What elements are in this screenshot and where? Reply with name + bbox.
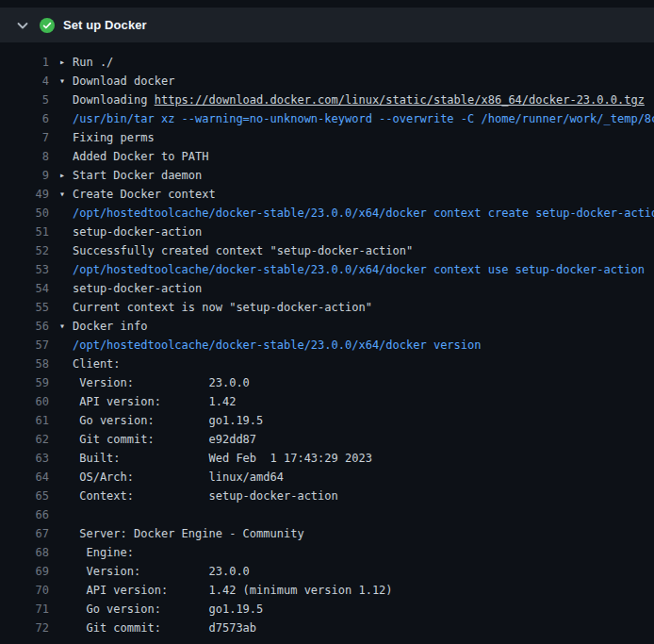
chevron-expanded-icon[interactable]: ▾ bbox=[59, 185, 73, 204]
line-number[interactable]: 59 bbox=[0, 373, 49, 392]
log-line: 63 Built: Wed Feb 1 17:43:29 2023 bbox=[0, 449, 654, 468]
line-number[interactable]: 69 bbox=[0, 562, 49, 581]
arrow-spacer bbox=[59, 109, 73, 128]
log-plain-text: Engine: bbox=[73, 546, 134, 559]
line-number[interactable]: 62 bbox=[0, 430, 49, 449]
chevron-collapsed-icon[interactable]: ▸ bbox=[59, 53, 73, 72]
log-text: API version: 1.42 (minimum version 1.12) bbox=[73, 581, 654, 600]
line-number[interactable]: 49 bbox=[0, 185, 49, 204]
arrow-spacer bbox=[59, 223, 73, 241]
line-number[interactable]: 57 bbox=[0, 336, 49, 355]
arrow-spacer bbox=[59, 373, 73, 392]
log-line: 69 Version: 23.0.0 bbox=[0, 562, 654, 581]
line-number[interactable]: 60 bbox=[0, 392, 49, 411]
log-line: 70 API version: 1.42 (minimum version 1.… bbox=[0, 581, 654, 600]
log-group-line[interactable]: 9▸Start Docker daemon bbox=[0, 166, 654, 185]
log-line: 55Current context is now "setup-docker-a… bbox=[0, 298, 654, 317]
line-number[interactable]: 63 bbox=[0, 449, 49, 468]
line-number[interactable]: 70 bbox=[0, 581, 49, 600]
line-number[interactable]: 65 bbox=[0, 487, 49, 505]
log-group-line[interactable]: 4▾Download docker bbox=[0, 72, 654, 91]
chevron-expanded-icon[interactable]: ▾ bbox=[59, 72, 73, 91]
line-number[interactable]: 53 bbox=[0, 260, 49, 279]
line-number[interactable]: 64 bbox=[0, 468, 49, 487]
arrow-spacer bbox=[59, 260, 73, 279]
log-line: 50/opt/hostedtoolcache/docker-stable/23.… bbox=[0, 204, 654, 223]
log-text: /usr/bin/tar xz --warning=no-unknown-key… bbox=[73, 109, 654, 128]
chevron-expanded-icon[interactable]: ▾ bbox=[59, 317, 73, 336]
log-plain-text: OS/Arch: linux/amd64 bbox=[73, 471, 284, 484]
line-number[interactable]: 50 bbox=[0, 204, 49, 223]
step-header[interactable]: Set up Docker bbox=[0, 8, 654, 42]
line-number[interactable]: 72 bbox=[0, 619, 49, 637]
log-link[interactable]: https://download.docker.com/linux/static… bbox=[155, 93, 645, 107]
log-line: 57/opt/hostedtoolcache/docker-stable/23.… bbox=[0, 336, 654, 355]
log-text: Client: bbox=[73, 355, 654, 373]
log-plain-text: Fixing perms bbox=[73, 131, 155, 144]
line-number[interactable]: 56 bbox=[0, 317, 49, 336]
arrow-spacer bbox=[59, 298, 73, 317]
line-number[interactable]: 52 bbox=[0, 241, 49, 260]
arrow-spacer bbox=[59, 241, 73, 260]
line-number[interactable]: 66 bbox=[0, 505, 49, 524]
log-line: 61 Go version: go1.19.5 bbox=[0, 411, 654, 430]
log-group-line[interactable]: 1▸Run ./ bbox=[0, 53, 654, 72]
arrow-spacer bbox=[59, 430, 73, 449]
log-plain-text: Version: 23.0.0 bbox=[73, 565, 250, 578]
arrow-spacer bbox=[59, 128, 73, 147]
line-number[interactable]: 5 bbox=[0, 91, 49, 109]
arrow-spacer bbox=[59, 524, 73, 543]
log-text: Download docker bbox=[73, 72, 654, 91]
arrow-spacer bbox=[59, 279, 73, 298]
line-number[interactable]: 58 bbox=[0, 355, 49, 373]
arrow-spacer bbox=[59, 543, 73, 562]
line-number[interactable]: 6 bbox=[0, 109, 49, 128]
arrow-spacer bbox=[59, 581, 73, 600]
line-number[interactable]: 61 bbox=[0, 411, 49, 430]
log-plain-text: Go version: go1.19.5 bbox=[73, 414, 263, 427]
log-text bbox=[73, 505, 654, 524]
log-line: 67 Server: Docker Engine - Community bbox=[0, 524, 654, 543]
log-plain-text: Client: bbox=[73, 357, 121, 371]
log-line: 7Fixing perms bbox=[0, 128, 654, 147]
log-text: setup-docker-action bbox=[73, 223, 654, 241]
log-plain-text: Downloading bbox=[73, 93, 155, 107]
line-number[interactable]: 7 bbox=[0, 128, 49, 147]
log-command-text: /opt/hostedtoolcache/docker-stable/23.0.… bbox=[73, 339, 481, 352]
chevron-collapsed-icon[interactable]: ▸ bbox=[59, 166, 73, 185]
chevron-down-icon[interactable] bbox=[15, 18, 30, 33]
log-line: 71 Go version: go1.19.5 bbox=[0, 600, 654, 619]
log-text: /opt/hostedtoolcache/docker-stable/23.0.… bbox=[73, 204, 654, 223]
line-number[interactable]: 55 bbox=[0, 298, 49, 317]
line-number[interactable]: 54 bbox=[0, 279, 49, 298]
log-text: Current context is now "setup-docker-act… bbox=[73, 298, 654, 317]
log-group-line[interactable]: 56▾Docker info bbox=[0, 317, 654, 336]
log-text: Downloading https://download.docker.com/… bbox=[73, 91, 654, 109]
log-line: 8Added Docker to PATH bbox=[0, 147, 654, 166]
line-number[interactable]: 68 bbox=[0, 543, 49, 562]
log-text: API version: 1.42 bbox=[73, 392, 654, 411]
log-line: 64 OS/Arch: linux/amd64 bbox=[0, 468, 654, 487]
log-text: Context: setup-docker-action bbox=[73, 487, 654, 505]
log-text: /opt/hostedtoolcache/docker-stable/23.0.… bbox=[73, 260, 654, 279]
arrow-spacer bbox=[59, 619, 73, 637]
line-number[interactable]: 51 bbox=[0, 223, 49, 241]
line-number[interactable]: 71 bbox=[0, 600, 49, 619]
arrow-spacer bbox=[59, 449, 73, 468]
line-number[interactable]: 4 bbox=[0, 72, 49, 91]
line-number[interactable]: 67 bbox=[0, 524, 49, 543]
log-group-line[interactable]: 49▾Create Docker context bbox=[0, 185, 654, 204]
log-plain-text: Git commit: d7573ab bbox=[73, 621, 256, 635]
arrow-spacer bbox=[59, 487, 73, 505]
log-line: 72 Git commit: d7573ab bbox=[0, 619, 654, 637]
log-line: 68 Engine: bbox=[0, 543, 654, 562]
log-line: 60 API version: 1.42 bbox=[0, 392, 654, 411]
log-plain-text: API version: 1.42 (minimum version 1.12) bbox=[73, 584, 393, 597]
line-number[interactable]: 1 bbox=[0, 53, 49, 72]
log-text: OS/Arch: linux/amd64 bbox=[73, 468, 654, 487]
line-number[interactable]: 8 bbox=[0, 147, 49, 166]
arrow-spacer bbox=[59, 562, 73, 581]
log-line: 5Downloading https://download.docker.com… bbox=[0, 91, 654, 109]
line-number[interactable]: 9 bbox=[0, 166, 49, 185]
log-text: Built: Wed Feb 1 17:43:29 2023 bbox=[73, 449, 654, 468]
